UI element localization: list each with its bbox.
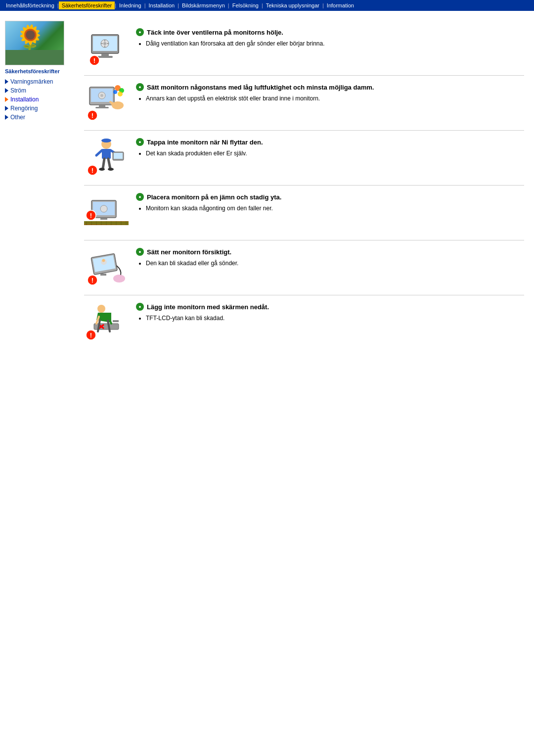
sidebar-item-installation[interactable]: Installation [5,96,74,103]
item-bullets-1: Dålig ventilation kan förorsaka att den … [136,39,524,48]
sidebar-link-label-3: Installation [10,96,39,103]
svg-rect-73 [113,320,119,322]
green-circle-2: ● [136,83,144,91]
item-title-2: ● Sätt monitorn någonstans med låg luftf… [136,83,524,91]
svg-line-35 [103,159,104,169]
sidebar-link-label-1: Varningsmärken [10,78,53,85]
item-bullets-2: Annars kan det uppstå en elektrisk stöt … [136,94,524,103]
safety-item-6: ! ● Lägg inte monitorn med skärmen nedåt… [84,295,524,350]
item-bullets-3: Det kan skada produkten eller Er själv. [136,149,524,158]
item-image-2: ! [84,83,129,123]
sidebar-item-other[interactable]: Other [5,114,74,121]
green-circle-1: ● [136,28,144,36]
item-title-6: ● Lägg inte monitorn med skärmen nedåt. [136,303,524,311]
svg-rect-17 [95,107,109,108]
svg-text:!: ! [91,277,93,284]
sidebar: Säkerhetsföreskrifter Varningsmärken Str… [0,21,79,350]
svg-point-25 [113,90,117,94]
moisture-illustration: ! [86,83,128,123]
item-text-1: ● Täck inte över ventilerna på monitorns… [136,28,524,49]
content-area: ! ● Täck inte över ventilerna på monitor… [79,21,534,350]
green-circle-5: ● [136,248,144,256]
face-down-illustration: ! [84,303,129,342]
svg-rect-8 [101,53,109,56]
item-image-1: ! [84,28,129,68]
nav-felsokning[interactable]: Felsökning [229,1,262,9]
svg-rect-30 [102,149,111,159]
svg-rect-44 [100,218,107,220]
safety-item-2: ! ● Sätt monitorn någonstans med låg luf… [84,76,524,131]
svg-point-43 [100,205,107,212]
svg-point-26 [118,92,123,96]
item-heading-5: Sätt ner monitorn försiktigt. [147,248,231,256]
nav-tekniska[interactable]: Tekniska upplysningar [263,1,322,9]
sidebar-image [5,21,64,65]
svg-rect-9 [97,56,113,58]
item-text-6: ● Lägg inte monitorn med skärmen nedåt. … [136,303,524,324]
svg-point-67 [97,305,105,313]
svg-rect-63 [100,274,106,276]
nav-inledning[interactable]: Inledning [116,1,144,9]
svg-line-20 [111,104,115,105]
item-heading-3: Tappa inte monitorn när Ni flyttar den. [147,139,263,146]
svg-point-38 [108,168,114,171]
flat-surface-illustration: ! [84,193,129,233]
navigation-bar: Innehållsförteckning | Säkerhetsföreskri… [0,0,534,11]
item-text-5: ● Sätt ner monitorn försiktigt. Den kan … [136,248,524,269]
item-image-6: ! [84,303,129,342]
item-heading-6: Lägg inte monitorn med skärmen nedåt. [147,303,269,311]
svg-rect-29 [102,140,110,142]
arrow-icon-2 [5,88,8,93]
green-circle-4: ● [136,193,144,201]
sidebar-nav: Varningsmärken Ström Installation Rengör… [5,78,74,121]
bullet-2-1: Annars kan det uppstå en elektrisk stöt … [146,94,524,103]
arrow-icon-3 [5,97,8,102]
item-image-4: ! [84,193,129,233]
nav-sakerhetsforeskrifter[interactable]: Säkerhetsföreskrifter [59,1,115,9]
green-circle-3: ● [136,138,144,146]
svg-text:!: ! [91,167,93,174]
item-image-5: ! [84,248,129,287]
item-heading-2: Sätt monitorn någonstans med låg luftfuk… [147,84,374,91]
item-title-1: ● Täck inte över ventilerna på monitorns… [136,28,524,36]
item-bullets-5: Den kan bli skadad eller gå sönder. [136,259,524,268]
green-circle-6: ● [136,303,144,311]
svg-line-36 [108,159,110,169]
sidebar-link-label-5: Other [10,114,25,121]
safety-item-1: ! ● Täck inte över ventilerna på monitor… [84,21,524,76]
bullet-6-1: TFT-LCD-ytan kan bli skadad. [146,314,524,323]
sidebar-item-varningsmarken[interactable]: Varningsmärken [5,78,74,85]
bullet-1-1: Dålig ventilation kan förorsaka att den … [146,39,524,48]
item-title-3: ● Tappa inte monitorn när Ni flyttar den… [136,138,524,146]
svg-rect-16 [99,105,105,107]
sidebar-item-rengoring[interactable]: Rengöring [5,105,74,112]
arrow-icon-4 [5,106,8,111]
nav-bildskarmsmeny[interactable]: Bildskärmsmenyn [179,1,228,9]
item-title-4: ● Placera monitorn på en jämn och stadig… [136,193,524,201]
nav-information[interactable]: Information [324,1,357,9]
sidebar-section-title: Säkerhetsföreskrifter [5,68,74,74]
item-text-4: ● Placera monitorn på en jämn och stadig… [136,193,524,214]
bullet-3-1: Det kan skada produkten eller Er själv. [146,149,524,158]
svg-point-15 [100,94,103,97]
safety-item-5: ! ● Sätt ner monitorn försiktigt. Den ka… [84,240,524,295]
safety-item-3: ! ● Tappa inte monitorn när Ni flyttar d… [84,131,524,186]
sidebar-item-strom[interactable]: Ström [5,87,74,94]
bullet-4-1: Monitorn kan skada någonting om den fall… [146,204,524,213]
arrow-icon-1 [5,79,8,84]
main-layout: Säkerhetsföreskrifter Varningsmärken Str… [0,11,534,350]
arrow-icon-5 [5,115,8,120]
svg-rect-34 [114,153,123,159]
sidebar-link-label-4: Rengöring [10,105,38,112]
svg-point-3 [103,42,106,45]
svg-text:!: ! [90,331,92,339]
item-heading-1: Täck inte över ventilerna på monitorns h… [147,29,283,36]
item-bullets-6: TFT-LCD-ytan kan bli skadad. [136,314,524,323]
nav-installation[interactable]: Installation [146,1,178,9]
svg-text:!: ! [91,112,93,119]
item-title-5: ● Sätt ner monitorn försiktigt. [136,248,524,256]
nav-innehallsforteckning[interactable]: Innehållsförteckning [3,1,57,9]
svg-line-31 [96,150,102,155]
svg-line-76 [98,320,100,331]
sidebar-link-label-2: Ström [10,87,26,94]
